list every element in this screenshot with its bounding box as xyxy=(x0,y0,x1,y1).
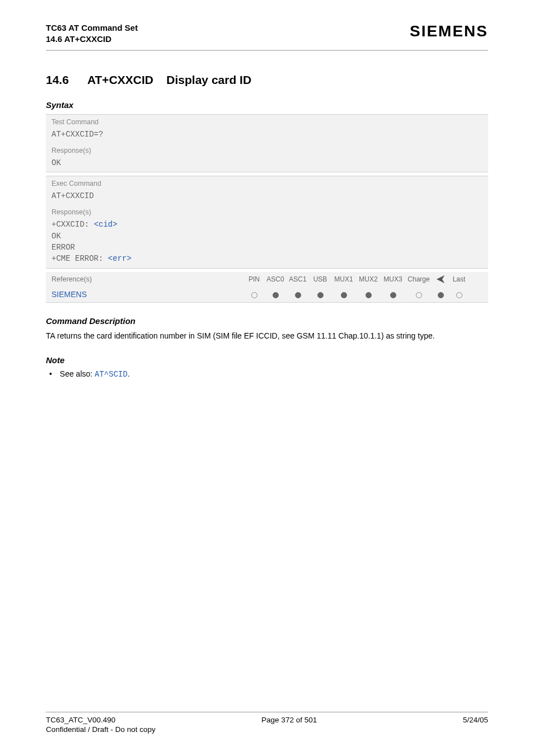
exec-resp-cme-prefix: +CME ERROR: xyxy=(51,254,108,263)
note-suffix: . xyxy=(128,369,130,378)
bullet-icon: • xyxy=(49,369,52,378)
page-header: TC63 AT Command Set 14.6 AT+CXXCID SIEME… xyxy=(46,22,488,45)
circle-fill-icon xyxy=(295,292,301,298)
ref-values xyxy=(244,290,469,298)
footer-date: 5/24/05 xyxy=(463,716,488,724)
exec-resp-param: <cid> xyxy=(94,220,118,229)
circle-fill-icon xyxy=(341,292,347,298)
exec-resp-label: Response(s) xyxy=(46,205,488,218)
section-number: 14.6 xyxy=(46,73,69,86)
exec-resp-ok: OK xyxy=(51,232,61,241)
section-ref: 14.6 AT+CXXCID xyxy=(46,34,138,45)
col-mux2: MUX2 xyxy=(356,272,381,287)
exec-resp-err: ERROR xyxy=(51,243,75,252)
val-usb xyxy=(309,290,331,298)
footer-page: Page 372 of 501 xyxy=(261,716,317,724)
note-prefix: See also: xyxy=(60,369,95,378)
airplane-icon xyxy=(432,272,449,287)
reference-data-row: SIEMENS xyxy=(46,287,488,303)
exec-cmd: AT+CXXCID xyxy=(46,189,488,205)
section-heading: 14.6 AT+CXXCID Display card ID xyxy=(46,73,488,87)
circle-fill-icon xyxy=(273,292,279,298)
circle-open-icon xyxy=(416,292,422,298)
col-pin: PIN xyxy=(244,272,264,287)
exec-command-block: Exec Command AT+CXXCID Response(s) +CXXC… xyxy=(46,176,488,268)
note-link[interactable]: AT^SCID xyxy=(95,370,128,379)
note-heading: Note xyxy=(46,355,488,365)
test-command-block: Test Command AT+CXXCID=? Response(s) OK xyxy=(46,114,488,173)
circle-fill-icon xyxy=(317,292,324,298)
col-asc1: ASC1 xyxy=(287,272,309,287)
doc-title: TC63 AT Command Set xyxy=(46,22,138,34)
circle-open-icon xyxy=(456,292,462,298)
exec-resp-cme-param: <err> xyxy=(108,254,132,263)
col-asc0: ASC0 xyxy=(264,272,287,287)
val-pin xyxy=(244,290,264,298)
val-mux3 xyxy=(381,290,405,298)
page-footer: TC63_ATC_V00.490 Page 372 of 501 5/24/05… xyxy=(46,712,488,734)
reference-value: SIEMENS xyxy=(46,287,244,302)
val-air xyxy=(432,290,449,298)
section-command: AT+CXXCID xyxy=(87,73,153,86)
circle-fill-icon xyxy=(390,292,396,298)
circle-open-icon xyxy=(251,292,257,298)
footer-confidential: Confidential / Draft - Do not copy xyxy=(46,725,488,734)
col-mux3: MUX3 xyxy=(381,272,405,287)
footer-divider xyxy=(46,712,488,712)
syntax-heading: Syntax xyxy=(46,100,488,110)
command-description-heading: Command Description xyxy=(46,316,488,326)
exec-resp-prefix: +CXXCID: xyxy=(51,220,94,229)
circle-fill-icon xyxy=(438,292,444,298)
ref-columns: PIN ASC0 ASC1 USB MUX1 MUX2 MUX3 Charge … xyxy=(244,272,469,287)
val-mux2 xyxy=(356,290,381,298)
test-resp-label: Response(s) xyxy=(46,143,488,156)
reference-header-row: Reference(s) PIN ASC0 ASC1 USB MUX1 MUX2… xyxy=(46,272,488,287)
header-left: TC63 AT Command Set 14.6 AT+CXXCID xyxy=(46,22,138,45)
test-resp: OK xyxy=(46,156,488,172)
test-cmd: AT+CXXCID=? xyxy=(46,128,488,143)
references-label: Reference(s) xyxy=(46,272,244,287)
val-mux1 xyxy=(331,290,356,298)
exec-cmd-label: Exec Command xyxy=(46,176,488,189)
footer-version: TC63_ATC_V00.490 xyxy=(46,716,115,724)
note-item: • See also: AT^SCID. xyxy=(46,369,488,379)
command-description-text: TA returns the card identification numbe… xyxy=(46,330,488,341)
val-charge xyxy=(405,290,432,298)
section-title-text: Display card ID xyxy=(166,73,251,86)
col-mux1: MUX1 xyxy=(331,272,356,287)
brand-logo: SIEMENS xyxy=(410,22,488,40)
col-charge: Charge xyxy=(405,272,432,287)
circle-fill-icon xyxy=(366,292,372,298)
exec-resp: +CXXCID: <cid> OK ERROR +CME ERROR: <err… xyxy=(46,218,488,267)
test-cmd-label: Test Command xyxy=(46,115,488,128)
col-last: Last xyxy=(449,272,469,287)
val-asc1 xyxy=(287,290,309,298)
val-asc0 xyxy=(264,290,287,298)
val-last xyxy=(449,290,469,298)
col-usb: USB xyxy=(309,272,331,287)
header-divider xyxy=(46,50,488,51)
